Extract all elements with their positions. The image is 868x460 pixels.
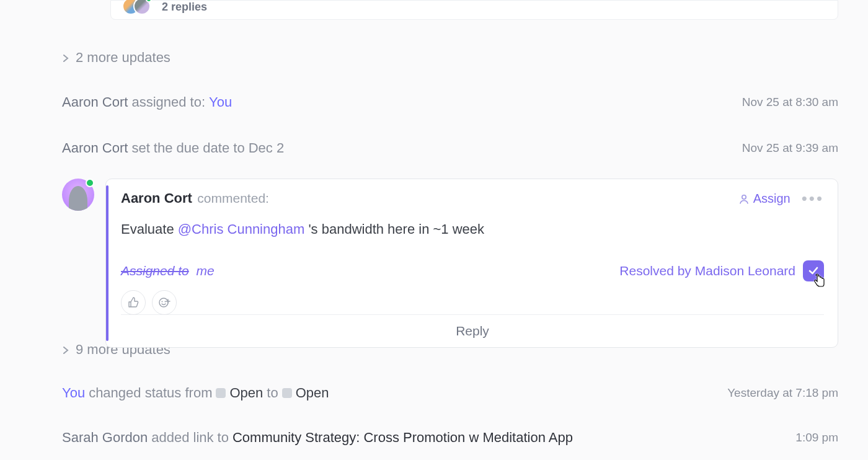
more-menu-icon[interactable]: •••: [802, 195, 824, 203]
assigned-to-value: me: [197, 263, 215, 278]
assignee-link[interactable]: You: [209, 94, 232, 110]
person-icon: [738, 192, 750, 206]
activity-time: Yesterday at 7:18 pm: [727, 386, 838, 400]
assign-label: Assign: [753, 192, 790, 206]
presence-dot: [86, 179, 94, 187]
chevron-right-icon: [62, 51, 69, 64]
comment-text-part: Evaluate: [121, 221, 178, 237]
status-pill-icon: [282, 388, 292, 398]
svg-point-1: [159, 298, 168, 307]
more-updates-toggle[interactable]: 2 more updates: [62, 45, 838, 71]
thumbs-up-button[interactable]: [121, 290, 146, 315]
activity-verb: assigned to:: [131, 94, 205, 110]
comment-row: Aaron Cort commented: Assign •••: [62, 179, 838, 348]
assign-button[interactable]: Assign: [738, 192, 790, 206]
activity-row-assigned: Aaron Cort assigned to: You Nov 25 at 8:…: [62, 89, 838, 115]
replies-count: 2 replies: [162, 1, 207, 14]
svg-point-3: [165, 301, 166, 302]
more-updates-label: 2 more updates: [76, 50, 170, 66]
resolve-checkbox[interactable]: [803, 260, 824, 281]
comment-text: Evaluate @Chris Cunningham 's bandwidth …: [121, 220, 824, 239]
due-date-value: Dec 2: [249, 140, 284, 156]
activity-row-due-date: Aaron Cort set the due date to Dec 2 Nov…: [62, 135, 838, 161]
comment-thread-summary[interactable]: 2 replies: [110, 0, 838, 20]
status-mid: to: [267, 385, 278, 401]
reply-label: Reply: [456, 324, 489, 338]
activity-time: Nov 25 at 9:39 am: [742, 141, 838, 155]
activity-verb: added link to: [151, 430, 229, 446]
actor-name: Sarah Gordon: [62, 430, 148, 446]
activity-row-status: You changed status from Open to Open Yes…: [62, 380, 838, 406]
actor-name: Aaron Cort: [62, 94, 128, 110]
author-avatar[interactable]: [62, 179, 94, 211]
assigned-to-label: Assigned to: [121, 263, 189, 278]
reply-button[interactable]: Reply: [121, 314, 824, 347]
status-pill-icon: [216, 388, 226, 398]
status-to: Open: [296, 385, 329, 401]
activity-verb: set the due date to: [131, 140, 244, 156]
svg-point-2: [162, 301, 163, 302]
mention[interactable]: @Chris Cunningham: [178, 221, 305, 237]
status-from: Open: [229, 385, 263, 401]
cursor-pointer-icon: [812, 273, 828, 293]
activity-time: 1:09 pm: [795, 431, 838, 445]
comment-author: Aaron Cort: [121, 190, 192, 206]
activity-verb: changed status from: [89, 385, 212, 401]
comment-card: Aaron Cort commented: Assign •••: [105, 179, 838, 348]
actor-name: Aaron Cort: [62, 140, 128, 156]
emoji-react-button[interactable]: [152, 290, 177, 315]
activity-row-link: Sarah Gordon added link to Community Str…: [62, 425, 838, 451]
linked-item-title[interactable]: Community Strategy: Cross Promotion w Me…: [232, 430, 573, 446]
actor-link[interactable]: You: [62, 385, 85, 401]
resolved-by-text: Resolved by Madison Leonard: [619, 263, 795, 278]
avatar-stack: [122, 0, 156, 16]
comment-verb: commented:: [197, 191, 269, 205]
activity-time: Nov 25 at 8:30 am: [742, 95, 838, 109]
svg-point-0: [742, 195, 745, 199]
comment-text-part: 's bandwidth here in ~1 week: [304, 221, 484, 237]
